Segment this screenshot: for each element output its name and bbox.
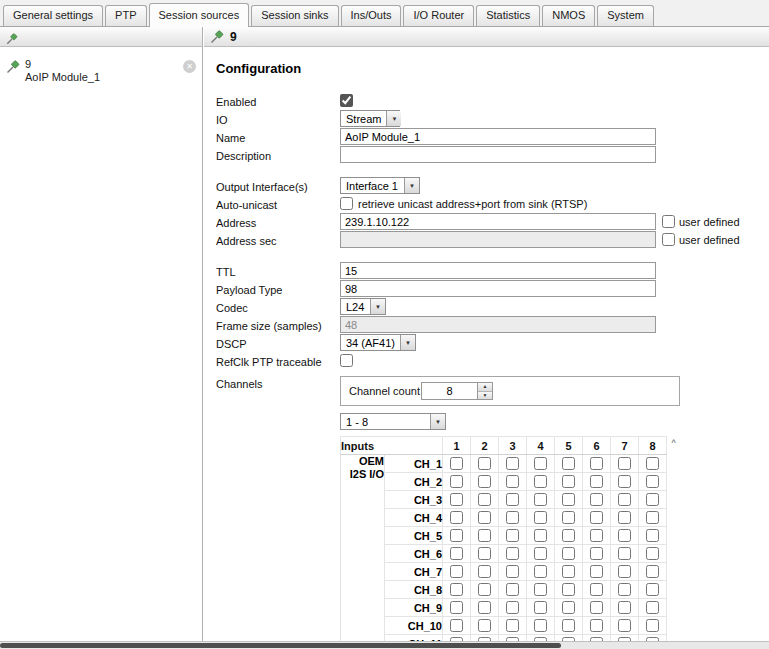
channel-matrix-checkbox[interactable] bbox=[506, 583, 519, 596]
channel-matrix-checkbox[interactable] bbox=[478, 601, 491, 614]
channel-matrix-checkbox[interactable] bbox=[450, 547, 463, 560]
tab-statistics[interactable]: Statistics bbox=[476, 5, 540, 26]
tab-i-o-router[interactable]: I/O Router bbox=[403, 5, 474, 26]
horizontal-scrollbar-thumb[interactable] bbox=[0, 643, 561, 648]
channel-matrix-checkbox[interactable] bbox=[562, 547, 575, 560]
channel-matrix-checkbox[interactable] bbox=[646, 511, 659, 524]
channel-matrix-checkbox[interactable] bbox=[646, 547, 659, 560]
scroll-up-icon[interactable]: ^ bbox=[667, 436, 680, 450]
channel-matrix-checkbox[interactable] bbox=[506, 565, 519, 578]
channel-matrix-checkbox[interactable] bbox=[534, 529, 547, 542]
channel-matrix-checkbox[interactable] bbox=[534, 565, 547, 578]
tab-session-sources[interactable]: Session sources bbox=[149, 3, 250, 27]
channel-matrix-checkbox[interactable] bbox=[478, 511, 491, 524]
channel-matrix-checkbox[interactable] bbox=[562, 457, 575, 470]
channel-matrix-checkbox[interactable] bbox=[618, 493, 631, 506]
auto-unicast-checkbox[interactable] bbox=[340, 197, 353, 210]
dscp-select[interactable]: 34 (AF41) ▼ bbox=[340, 334, 416, 351]
channel-matrix-checkbox[interactable] bbox=[590, 565, 603, 578]
channel-matrix-checkbox[interactable] bbox=[450, 457, 463, 470]
channel-matrix-checkbox[interactable] bbox=[506, 547, 519, 560]
channel-matrix-checkbox[interactable] bbox=[618, 601, 631, 614]
channel-matrix-checkbox[interactable] bbox=[618, 619, 631, 632]
channel-matrix-checkbox[interactable] bbox=[646, 457, 659, 470]
channel-matrix-checkbox[interactable] bbox=[562, 475, 575, 488]
channel-matrix-checkbox[interactable] bbox=[450, 565, 463, 578]
channel-matrix-checkbox[interactable] bbox=[478, 529, 491, 542]
channel-matrix-checkbox[interactable] bbox=[618, 583, 631, 596]
channel-matrix-checkbox[interactable] bbox=[618, 511, 631, 524]
channel-matrix-checkbox[interactable] bbox=[450, 475, 463, 488]
channel-matrix-checkbox[interactable] bbox=[450, 511, 463, 524]
channel-matrix-checkbox[interactable] bbox=[478, 619, 491, 632]
enabled-checkbox[interactable] bbox=[340, 94, 353, 107]
channel-matrix-checkbox[interactable] bbox=[618, 547, 631, 560]
spinner-up-icon[interactable]: ▲ bbox=[478, 383, 492, 392]
channel-matrix-checkbox[interactable] bbox=[506, 493, 519, 506]
channel-range-select[interactable]: 1 - 8 ▼ bbox=[340, 413, 446, 430]
channel-matrix-checkbox[interactable] bbox=[478, 547, 491, 560]
horizontal-scrollbar[interactable] bbox=[0, 641, 769, 649]
channel-matrix-checkbox[interactable] bbox=[450, 529, 463, 542]
tab-general-settings[interactable]: General settings bbox=[3, 5, 103, 26]
channel-matrix-checkbox[interactable] bbox=[534, 511, 547, 524]
channel-matrix-checkbox[interactable] bbox=[590, 547, 603, 560]
io-select[interactable]: Stream ▼ bbox=[340, 110, 400, 127]
channel-matrix-checkbox[interactable] bbox=[450, 583, 463, 596]
channel-matrix-checkbox[interactable] bbox=[534, 583, 547, 596]
address-input[interactable] bbox=[340, 213, 656, 230]
channel-matrix-checkbox[interactable] bbox=[450, 493, 463, 506]
channel-matrix-checkbox[interactable] bbox=[534, 493, 547, 506]
channel-matrix-checkbox[interactable] bbox=[646, 583, 659, 596]
channel-matrix-checkbox[interactable] bbox=[534, 601, 547, 614]
channel-matrix-checkbox[interactable] bbox=[562, 529, 575, 542]
tab-system[interactable]: System bbox=[597, 5, 654, 26]
name-input[interactable] bbox=[340, 128, 656, 145]
tab-ins-outs[interactable]: Ins/Outs bbox=[341, 5, 402, 26]
codec-select[interactable]: L24 ▼ bbox=[340, 298, 386, 315]
channel-matrix-checkbox[interactable] bbox=[618, 475, 631, 488]
channel-matrix-checkbox[interactable] bbox=[478, 493, 491, 506]
remove-source-icon[interactable]: ✕ bbox=[183, 60, 196, 73]
channel-matrix-checkbox[interactable] bbox=[590, 529, 603, 542]
channel-matrix-checkbox[interactable] bbox=[590, 493, 603, 506]
channel-matrix-checkbox[interactable] bbox=[506, 601, 519, 614]
channel-matrix-checkbox[interactable] bbox=[618, 565, 631, 578]
output-interface-select[interactable]: Interface 1 ▼ bbox=[340, 177, 420, 194]
channel-matrix-checkbox[interactable] bbox=[506, 529, 519, 542]
channel-matrix-checkbox[interactable] bbox=[534, 619, 547, 632]
payload-type-input[interactable] bbox=[340, 280, 656, 297]
channel-matrix-checkbox[interactable] bbox=[506, 475, 519, 488]
channel-matrix-checkbox[interactable] bbox=[562, 601, 575, 614]
channel-matrix-checkbox[interactable] bbox=[590, 475, 603, 488]
channel-matrix-checkbox[interactable] bbox=[506, 457, 519, 470]
channel-matrix-checkbox[interactable] bbox=[646, 475, 659, 488]
channel-count-input[interactable] bbox=[421, 382, 477, 400]
channel-matrix-checkbox[interactable] bbox=[618, 457, 631, 470]
channel-matrix-checkbox[interactable] bbox=[506, 511, 519, 524]
channel-matrix-checkbox[interactable] bbox=[646, 529, 659, 542]
matrix-scrollbar[interactable]: ^ bbox=[667, 436, 680, 641]
channel-matrix-checkbox[interactable] bbox=[478, 565, 491, 578]
channel-matrix-checkbox[interactable] bbox=[534, 457, 547, 470]
channel-matrix-checkbox[interactable] bbox=[646, 565, 659, 578]
channel-matrix-checkbox[interactable] bbox=[646, 493, 659, 506]
channel-matrix-checkbox[interactable] bbox=[534, 475, 547, 488]
channel-matrix-checkbox[interactable] bbox=[590, 619, 603, 632]
channel-matrix-checkbox[interactable] bbox=[646, 619, 659, 632]
channel-matrix-checkbox[interactable] bbox=[562, 493, 575, 506]
spinner-down-icon[interactable]: ▼ bbox=[478, 392, 492, 400]
channel-matrix-checkbox[interactable] bbox=[478, 583, 491, 596]
channel-matrix-checkbox[interactable] bbox=[590, 511, 603, 524]
address-sec-user-defined-checkbox[interactable] bbox=[662, 233, 675, 246]
channel-matrix-checkbox[interactable] bbox=[646, 601, 659, 614]
refclk-traceable-checkbox[interactable] bbox=[340, 354, 353, 367]
address-user-defined-checkbox[interactable] bbox=[662, 215, 675, 228]
tab-nmos[interactable]: NMOS bbox=[542, 5, 595, 26]
tab-ptp[interactable]: PTP bbox=[105, 5, 146, 26]
channel-matrix-checkbox[interactable] bbox=[478, 457, 491, 470]
channel-matrix-checkbox[interactable] bbox=[590, 583, 603, 596]
channel-matrix-checkbox[interactable] bbox=[506, 619, 519, 632]
channel-matrix-checkbox[interactable] bbox=[562, 583, 575, 596]
source-list-item[interactable]: 9 AoIP Module_1 ✕ bbox=[0, 55, 202, 87]
